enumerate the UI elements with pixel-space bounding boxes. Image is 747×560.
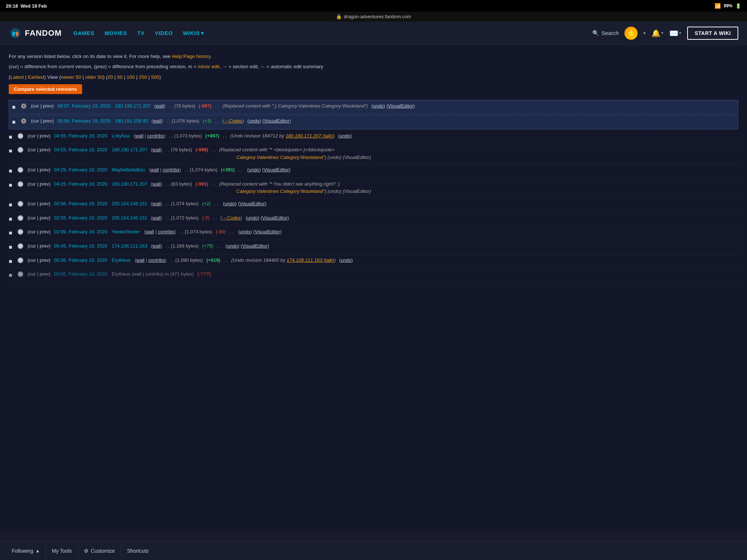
minor-edit-link[interactable]: minor edit xyxy=(198,64,219,69)
prev-link[interactable]: prev) xyxy=(40,147,51,152)
rev-user-link[interactable]: Lcky5oa xyxy=(112,132,129,140)
radio-button[interactable] xyxy=(18,147,23,153)
nav-movies[interactable]: MOVIES xyxy=(105,30,127,36)
rev-date-link[interactable]: 02:55, February 19, 2020 xyxy=(54,214,107,222)
rev-date-link[interactable]: 02:56, February 19, 2020 xyxy=(54,200,107,208)
search-button[interactable]: 🔍 Search xyxy=(592,30,619,36)
latest-link[interactable]: Latest xyxy=(11,74,24,80)
prev-link[interactable]: prev) xyxy=(40,257,51,263)
radio-button[interactable] xyxy=(18,181,23,187)
earliest-link[interactable]: Earliest xyxy=(28,74,44,80)
prev-link[interactable]: prev) xyxy=(43,103,54,109)
radio-button[interactable] xyxy=(18,215,23,221)
wall-link[interactable]: wall xyxy=(135,133,143,139)
rev-date-link[interactable]: 04:25, February 19, 2020 xyxy=(54,180,107,188)
nav-tv[interactable]: TV xyxy=(137,30,144,36)
visual-editor-link[interactable]: VisualEditor xyxy=(262,215,287,221)
newer50-link[interactable]: newer 50 xyxy=(61,74,81,80)
prev-link[interactable]: prev) xyxy=(40,181,51,187)
undo-link[interactable]: undo xyxy=(373,103,384,109)
visual-editor-link[interactable]: VisualEditor xyxy=(242,243,267,249)
radio-button[interactable] xyxy=(18,243,23,249)
rev-user-link[interactable]: YeetedYeeter xyxy=(112,228,140,236)
prev-link[interactable]: prev) xyxy=(40,201,51,206)
contribs-link[interactable]: contribs xyxy=(147,133,164,139)
radio-button[interactable] xyxy=(18,257,23,263)
prev-link[interactable]: prev) xyxy=(40,133,51,139)
cur-link[interactable]: (cur xyxy=(28,147,36,152)
view20-link[interactable]: 20 xyxy=(108,74,113,80)
user-ref-link[interactable]: 180.190.171.207 (talk) xyxy=(286,133,333,139)
rev-user-link[interactable]: MaybeBellaBoo xyxy=(112,166,145,174)
rev-user-link[interactable]: 180.191.159.95 xyxy=(115,117,148,125)
wall-link[interactable]: wall xyxy=(152,215,160,221)
cur-link[interactable]: (cur xyxy=(28,215,36,221)
wall-link[interactable]: wall xyxy=(156,103,164,109)
visual-editor-link[interactable]: VisualEditor xyxy=(388,103,413,109)
contribs-link[interactable]: contribs xyxy=(163,167,179,172)
older50-link[interactable]: older 50 xyxy=(85,74,103,80)
radio-button[interactable] xyxy=(18,229,23,235)
visual-editor-link[interactable]: VisualEditor xyxy=(264,118,289,124)
radio-button[interactable] xyxy=(18,167,23,173)
undo-link[interactable]: undo xyxy=(249,118,260,124)
cur-link[interactable]: (cur xyxy=(31,118,39,124)
compare-revisions-button[interactable]: Compare selected revisions xyxy=(9,84,82,94)
wall-link[interactable]: wall xyxy=(151,167,159,172)
rev-date-link[interactable]: 08:07, February 19, 2020 xyxy=(57,102,111,110)
rev-date-link[interactable]: 05:58, February 19, 2020 xyxy=(57,117,111,125)
cur-link[interactable]: (cur xyxy=(28,243,36,249)
prev-link[interactable]: prev) xyxy=(40,167,51,172)
wall-link[interactable]: wall xyxy=(152,147,160,152)
wall-link[interactable]: wall xyxy=(152,243,160,249)
view50-link[interactable]: 50 xyxy=(117,74,123,80)
prev-link[interactable]: prev) xyxy=(40,271,51,277)
nav-wikis[interactable]: WIKIS ▾ xyxy=(183,30,204,36)
undo-link[interactable]: undo xyxy=(340,133,350,139)
user-ref-link[interactable]: 174.108.111.163 (talk) xyxy=(287,257,334,263)
visual-editor-link[interactable]: VisualEditor xyxy=(264,167,289,172)
view250-link[interactable]: 250 xyxy=(139,74,147,80)
undo-link[interactable]: undo xyxy=(227,243,238,249)
rev-date-link[interactable]: 00:36, February 19, 2020 xyxy=(54,257,107,264)
visual-editor-link[interactable]: VisualEditor xyxy=(240,201,265,206)
page-history-link[interactable]: Help:Page history xyxy=(172,54,210,59)
visual-editor-link[interactable]: VisualEditor xyxy=(255,229,280,234)
rev-date-link[interactable]: 00:05, February 19, 2020 xyxy=(54,271,107,278)
cur-link[interactable]: (cur xyxy=(28,133,36,139)
rev-user-link[interactable]: 180.190.171.207 xyxy=(112,180,147,188)
rev-date-link[interactable]: 00:45, February 19, 2020 xyxy=(54,242,107,250)
undo-link[interactable]: undo xyxy=(247,215,258,221)
rev-date-link[interactable]: 04:29, February 19, 2020 xyxy=(54,166,107,174)
start-wiki-button[interactable]: START A WIKI xyxy=(687,27,738,40)
contribs-link[interactable]: contribs xyxy=(158,229,174,234)
wall-link[interactable]: wall xyxy=(146,229,154,234)
codes-link[interactable]: →Codes xyxy=(222,215,241,221)
nav-games[interactable]: GAMES xyxy=(73,30,94,36)
prev-link[interactable]: prev) xyxy=(43,118,54,124)
nav-video[interactable]: VIDEO xyxy=(155,30,173,36)
radio-button[interactable] xyxy=(18,133,23,139)
radio-button[interactable] xyxy=(18,271,23,277)
prev-link[interactable]: prev) xyxy=(40,229,51,234)
rev-user-link[interactable]: 174.108.111.163 xyxy=(112,242,147,250)
wall-link[interactable]: wall xyxy=(153,118,161,124)
cur-link[interactable]: (cur xyxy=(28,181,36,187)
fandom-logo[interactable]: FANDOM xyxy=(9,27,62,40)
undo-link[interactable]: undo xyxy=(249,167,259,172)
wall-link[interactable]: wall xyxy=(136,257,144,263)
undo-link[interactable]: undo xyxy=(240,229,250,234)
cur-link[interactable]: (cur xyxy=(28,167,36,172)
rev-date-link[interactable]: 04:53, February 19, 2020 xyxy=(54,146,107,154)
cur-link[interactable]: (cur xyxy=(28,229,36,234)
radio-button[interactable] xyxy=(21,118,27,124)
radio-button[interactable] xyxy=(18,201,23,207)
messages-button[interactable]: ✉️ ▾ xyxy=(669,29,681,38)
rev-user-link[interactable]: 205.154.246.151 xyxy=(112,200,147,208)
url-bar[interactable]: 🔒 dragon-adventures.fandom.com xyxy=(0,12,747,22)
rev-date-link[interactable]: 02:09, February 19, 2020 xyxy=(54,228,107,236)
notifications-button[interactable]: 🔔 ▾ xyxy=(651,29,663,38)
wall-link[interactable]: wall xyxy=(152,181,160,187)
radio-button[interactable] xyxy=(21,103,27,109)
rev-user-link[interactable]: 180.190.171.207 xyxy=(115,102,151,110)
